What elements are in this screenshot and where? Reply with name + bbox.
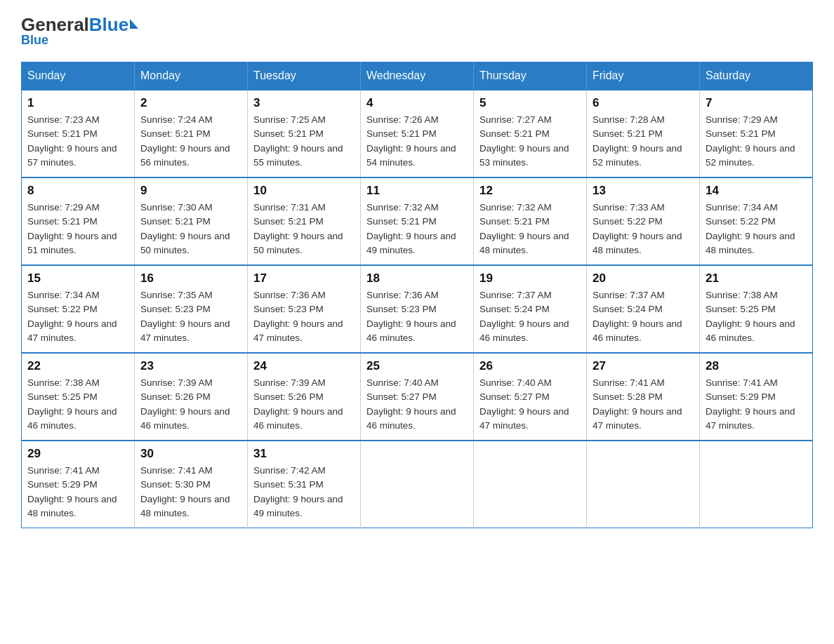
day-cell: 18 Sunrise: 7:36 AMSunset: 5:23 PMDaylig… xyxy=(361,265,474,353)
day-cell: 8 Sunrise: 7:29 AMSunset: 5:21 PMDayligh… xyxy=(22,177,135,265)
day-cell: 9 Sunrise: 7:30 AMSunset: 5:21 PMDayligh… xyxy=(135,177,248,265)
day-cell: 27 Sunrise: 7:41 AMSunset: 5:28 PMDaylig… xyxy=(587,353,700,441)
day-number: 2 xyxy=(140,96,241,110)
day-info: Sunrise: 7:41 AMSunset: 5:30 PMDaylight:… xyxy=(140,464,241,521)
logo: General Blue Blue xyxy=(21,14,138,48)
day-number: 6 xyxy=(593,96,694,110)
day-info: Sunrise: 7:34 AMSunset: 5:22 PMDaylight:… xyxy=(27,288,128,345)
day-number: 7 xyxy=(706,96,807,110)
day-cell: 26 Sunrise: 7:40 AMSunset: 5:27 PMDaylig… xyxy=(474,353,587,441)
day-number: 11 xyxy=(366,184,468,198)
day-cell: 16 Sunrise: 7:35 AMSunset: 5:23 PMDaylig… xyxy=(135,265,248,353)
day-info: Sunrise: 7:23 AMSunset: 5:21 PMDaylight:… xyxy=(27,113,128,170)
day-cell: 17 Sunrise: 7:36 AMSunset: 5:23 PMDaylig… xyxy=(248,265,361,353)
day-info: Sunrise: 7:35 AMSunset: 5:23 PMDaylight:… xyxy=(140,288,241,345)
day-number: 17 xyxy=(253,271,355,286)
day-cell xyxy=(474,441,587,528)
day-cell: 5 Sunrise: 7:27 AMSunset: 5:21 PMDayligh… xyxy=(474,90,587,177)
day-number: 23 xyxy=(140,359,241,373)
week-row-3: 15 Sunrise: 7:34 AMSunset: 5:22 PMDaylig… xyxy=(22,265,813,353)
day-info: Sunrise: 7:28 AMSunset: 5:21 PMDaylight:… xyxy=(593,113,694,170)
calendar-table: SundayMondayTuesdayWednesdayThursdayFrid… xyxy=(21,62,813,528)
day-cell: 7 Sunrise: 7:29 AMSunset: 5:21 PMDayligh… xyxy=(700,90,813,177)
day-cell: 23 Sunrise: 7:39 AMSunset: 5:26 PMDaylig… xyxy=(135,353,248,441)
day-number: 8 xyxy=(27,184,128,198)
day-number: 19 xyxy=(479,271,581,286)
day-cell: 6 Sunrise: 7:28 AMSunset: 5:21 PMDayligh… xyxy=(587,90,700,177)
day-info: Sunrise: 7:25 AMSunset: 5:21 PMDaylight:… xyxy=(253,113,355,170)
day-number: 3 xyxy=(253,96,355,110)
day-number: 26 xyxy=(479,359,581,373)
day-number: 15 xyxy=(27,271,128,286)
day-cell: 30 Sunrise: 7:41 AMSunset: 5:30 PMDaylig… xyxy=(135,441,248,528)
day-cell: 24 Sunrise: 7:39 AMSunset: 5:26 PMDaylig… xyxy=(248,353,361,441)
day-info: Sunrise: 7:27 AMSunset: 5:21 PMDaylight:… xyxy=(479,113,581,170)
day-info: Sunrise: 7:26 AMSunset: 5:21 PMDaylight:… xyxy=(366,113,468,170)
day-number: 5 xyxy=(479,96,581,110)
day-info: Sunrise: 7:29 AMSunset: 5:21 PMDaylight:… xyxy=(27,201,128,257)
day-number: 1 xyxy=(27,96,128,110)
day-info: Sunrise: 7:36 AMSunset: 5:23 PMDaylight:… xyxy=(253,288,355,345)
day-number: 29 xyxy=(27,447,128,461)
day-number: 20 xyxy=(593,271,694,286)
day-cell: 15 Sunrise: 7:34 AMSunset: 5:22 PMDaylig… xyxy=(22,265,135,353)
day-info: Sunrise: 7:29 AMSunset: 5:21 PMDaylight:… xyxy=(706,113,807,170)
logo-blue: Blue xyxy=(89,14,128,36)
day-cell xyxy=(361,441,474,528)
day-cell: 19 Sunrise: 7:37 AMSunset: 5:24 PMDaylig… xyxy=(474,265,587,353)
day-cell: 14 Sunrise: 7:34 AMSunset: 5:22 PMDaylig… xyxy=(700,177,813,265)
day-cell: 31 Sunrise: 7:42 AMSunset: 5:31 PMDaylig… xyxy=(248,441,361,528)
day-number: 30 xyxy=(140,447,241,461)
calendar-header: SundayMondayTuesdayWednesdayThursdayFrid… xyxy=(22,62,813,90)
weekday-header-monday: Monday xyxy=(135,62,248,90)
day-info: Sunrise: 7:30 AMSunset: 5:21 PMDaylight:… xyxy=(140,201,241,257)
day-info: Sunrise: 7:38 AMSunset: 5:25 PMDaylight:… xyxy=(706,288,807,345)
week-row-2: 8 Sunrise: 7:29 AMSunset: 5:21 PMDayligh… xyxy=(22,177,813,265)
day-number: 16 xyxy=(140,271,241,286)
day-info: Sunrise: 7:38 AMSunset: 5:25 PMDaylight:… xyxy=(27,376,128,433)
day-number: 31 xyxy=(253,447,355,461)
day-info: Sunrise: 7:37 AMSunset: 5:24 PMDaylight:… xyxy=(479,288,581,345)
day-cell xyxy=(587,441,700,528)
day-cell: 21 Sunrise: 7:38 AMSunset: 5:25 PMDaylig… xyxy=(700,265,813,353)
logo-triangle-icon xyxy=(130,19,138,29)
day-info: Sunrise: 7:32 AMSunset: 5:21 PMDaylight:… xyxy=(366,201,468,257)
day-number: 24 xyxy=(253,359,355,373)
week-row-5: 29 Sunrise: 7:41 AMSunset: 5:29 PMDaylig… xyxy=(22,441,813,528)
weekday-header-wednesday: Wednesday xyxy=(361,62,474,90)
day-info: Sunrise: 7:31 AMSunset: 5:21 PMDaylight:… xyxy=(253,201,355,257)
day-number: 13 xyxy=(593,184,694,198)
day-cell: 22 Sunrise: 7:38 AMSunset: 5:25 PMDaylig… xyxy=(22,353,135,441)
day-number: 22 xyxy=(27,359,128,373)
day-number: 25 xyxy=(366,359,468,373)
day-cell: 3 Sunrise: 7:25 AMSunset: 5:21 PMDayligh… xyxy=(248,90,361,177)
week-row-4: 22 Sunrise: 7:38 AMSunset: 5:25 PMDaylig… xyxy=(22,353,813,441)
day-info: Sunrise: 7:37 AMSunset: 5:24 PMDaylight:… xyxy=(593,288,694,345)
day-cell: 1 Sunrise: 7:23 AMSunset: 5:21 PMDayligh… xyxy=(22,90,135,177)
day-info: Sunrise: 7:33 AMSunset: 5:22 PMDaylight:… xyxy=(593,201,694,257)
weekday-header-saturday: Saturday xyxy=(700,62,813,90)
day-cell: 10 Sunrise: 7:31 AMSunset: 5:21 PMDaylig… xyxy=(248,177,361,265)
day-cell: 2 Sunrise: 7:24 AMSunset: 5:21 PMDayligh… xyxy=(135,90,248,177)
day-cell: 11 Sunrise: 7:32 AMSunset: 5:21 PMDaylig… xyxy=(361,177,474,265)
weekday-header-friday: Friday xyxy=(587,62,700,90)
week-row-1: 1 Sunrise: 7:23 AMSunset: 5:21 PMDayligh… xyxy=(22,90,813,177)
weekday-header-sunday: Sunday xyxy=(22,62,135,90)
day-number: 21 xyxy=(706,271,807,286)
day-number: 27 xyxy=(593,359,694,373)
day-number: 4 xyxy=(366,96,468,110)
day-cell: 28 Sunrise: 7:41 AMSunset: 5:29 PMDaylig… xyxy=(700,353,813,441)
day-cell: 29 Sunrise: 7:41 AMSunset: 5:29 PMDaylig… xyxy=(22,441,135,528)
day-cell: 25 Sunrise: 7:40 AMSunset: 5:27 PMDaylig… xyxy=(361,353,474,441)
weekday-header-thursday: Thursday xyxy=(474,62,587,90)
day-info: Sunrise: 7:40 AMSunset: 5:27 PMDaylight:… xyxy=(479,376,581,433)
day-info: Sunrise: 7:34 AMSunset: 5:22 PMDaylight:… xyxy=(706,201,807,257)
day-cell: 13 Sunrise: 7:33 AMSunset: 5:22 PMDaylig… xyxy=(587,177,700,265)
weekday-header-row: SundayMondayTuesdayWednesdayThursdayFrid… xyxy=(22,62,813,90)
day-cell: 20 Sunrise: 7:37 AMSunset: 5:24 PMDaylig… xyxy=(587,265,700,353)
day-info: Sunrise: 7:39 AMSunset: 5:26 PMDaylight:… xyxy=(140,376,241,433)
day-info: Sunrise: 7:41 AMSunset: 5:29 PMDaylight:… xyxy=(706,376,807,433)
calendar-body: 1 Sunrise: 7:23 AMSunset: 5:21 PMDayligh… xyxy=(22,90,813,528)
logo-underline: Blue xyxy=(21,33,48,48)
day-info: Sunrise: 7:36 AMSunset: 5:23 PMDaylight:… xyxy=(366,288,468,345)
